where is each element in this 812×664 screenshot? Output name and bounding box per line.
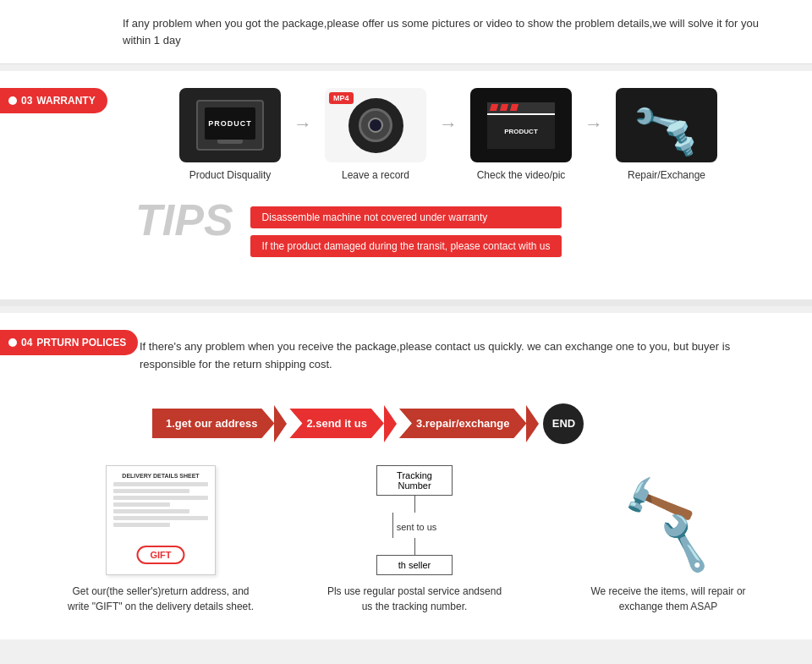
track-sent-line (392, 513, 393, 538)
tracking-box: Tracking Number (376, 465, 453, 496)
step-1: 1.get our address (152, 409, 274, 438)
sheet-line-3 (113, 496, 208, 500)
warranty-section: 03 WARRANTY PRODUCT Product Disquality → (0, 71, 812, 299)
receive-desc: We receive the items, will repair or exc… (575, 584, 761, 614)
tools-box: 🔧 🔩 (616, 88, 717, 162)
return-badge-dot (8, 338, 17, 347)
tracking-diagram: Tracking Number (359, 465, 469, 575)
delivery-desc: Get our(the seller's)return address, and… (68, 584, 254, 614)
delivery-sheet: DELIVERY DETAILS SHEET GIFT (106, 465, 216, 575)
track-sent-line2 (414, 538, 415, 555)
track-horizontal: sent to us th seller (376, 513, 453, 575)
badge-dot (8, 96, 17, 105)
mp4-badge: MP4 (329, 92, 354, 104)
warranty-badge-label: WARRANTY (36, 95, 95, 107)
flow-item-camera: MP4 Leave a record (316, 88, 435, 181)
warranty-badge-number: 03 (21, 95, 32, 107)
step-3: 3.repair/exchange (399, 409, 527, 438)
product-label: PRODUCT (208, 119, 252, 128)
step-2-label: 2.send it us (306, 417, 367, 430)
return-badge-label: PRTURN POLICES (36, 337, 126, 348)
main-container: If any problem when you got the package,… (0, 0, 812, 639)
arrow-3: → (584, 113, 603, 135)
tools-wrench-icon: 🔧 (650, 509, 721, 578)
step-2: 2.send it us (289, 409, 384, 438)
tips-list: Disassemble machine not covered under wa… (250, 198, 562, 257)
svg-marker-1 (384, 405, 397, 442)
tips-section: TIPS Disassemble machine not covered und… (17, 181, 795, 274)
step-end: END (543, 403, 584, 444)
sheet-title: DELIVERY DETAILS SHEET (113, 473, 208, 479)
tracking-split: sent to us th seller (376, 496, 453, 575)
video-product-label: PRODUCT (504, 128, 538, 135)
top-note: If any problem when you got the package,… (0, 0, 812, 64)
step-arrow-1 (274, 405, 291, 442)
product-box: PRODUCT (179, 88, 281, 162)
sheet-line-5 (113, 509, 189, 513)
step-arrow-3 (526, 405, 543, 442)
tools-receive-img: 🔨 🔧 (613, 465, 723, 575)
clapper-bottom: PRODUCT (487, 115, 555, 149)
track-sent-branch: sent to us th seller (376, 513, 453, 575)
gift-badge: GIFT (136, 546, 184, 564)
clapper-stripe-3 (510, 104, 518, 111)
flow-item-tools: 🔧 🔩 Repair/Exchange (607, 88, 726, 181)
bottom-item-tracking: Tracking Number (321, 465, 508, 614)
tracking-desc: Pls use regular postal service andsend u… (321, 584, 508, 614)
sheet-line-6 (113, 516, 208, 520)
tip-item-2: If the product damaged during the transi… (250, 235, 562, 257)
video-clapper: PRODUCT (487, 102, 555, 149)
tips-title: TIPS (135, 198, 233, 242)
gift-label: GIFT (150, 550, 171, 560)
step-3-label: 3.repair/exchange (416, 417, 510, 430)
return-badge: 04 PRTURN POLICES (0, 330, 138, 355)
flow-item-product: PRODUCT Product Disquality (171, 88, 289, 181)
tools-icon-container: 🔧 🔩 (633, 96, 700, 155)
video-box: PRODUCT (470, 88, 572, 162)
arrow-2: → (439, 113, 458, 135)
flow-item-video: PRODUCT Check the video/pic (462, 88, 580, 181)
sheet-line-1 (113, 482, 208, 486)
seller-box: th seller (376, 555, 453, 575)
warranty-badge: 03 WARRANTY (0, 88, 107, 113)
step-1-label: 1.get our address (166, 417, 257, 430)
tracking-label: Tracking Number (397, 470, 432, 491)
svg-marker-0 (274, 405, 287, 442)
flow-label-product: Product Disquality (189, 169, 272, 181)
bottom-flow: DELIVERY DETAILS SHEET GIFT Get our( (34, 465, 795, 614)
track-line-top (414, 496, 415, 513)
sheet-line-2 (113, 489, 189, 493)
track-sent-label: sent to us (397, 522, 437, 532)
return-note-text: If there's any problem when you receive … (140, 340, 730, 370)
camera-body (348, 98, 403, 153)
warranty-flow: PRODUCT Product Disquality → MP4 (102, 88, 795, 181)
clapper-top (487, 102, 555, 115)
seller-label: th seller (398, 560, 431, 570)
sheet-lines (113, 482, 208, 527)
tracking-flow: Tracking Number (359, 465, 469, 575)
clapper-stripe-1 (490, 104, 498, 111)
flow-label-tools: Repair/Exchange (628, 169, 705, 181)
arrow-1: → (294, 113, 312, 135)
return-section: 04 PRTURN POLICES If there's any problem… (0, 313, 812, 639)
bottom-item-delivery: DELIVERY DETAILS SHEET GIFT Get our( (68, 465, 254, 614)
svg-marker-2 (526, 405, 539, 442)
sheet-line-4 (113, 502, 170, 507)
tip-item-1: Disassemble machine not covered under wa… (250, 206, 562, 228)
product-screen: PRODUCT (205, 107, 255, 140)
product-icon: PRODUCT (196, 100, 264, 151)
track-sent-label-row: sent to us (392, 513, 437, 538)
sheet-line-7 (113, 523, 170, 527)
flow-label-video: Check the video/pic (477, 169, 566, 181)
camera-lens (359, 108, 392, 142)
camera-lens-inner (368, 118, 383, 133)
camera-box: MP4 (325, 88, 426, 162)
clapper-stripe-2 (500, 104, 508, 111)
product-stand (217, 140, 243, 144)
bottom-item-receive: 🔨 🔧 We receive the items, will repair or… (575, 465, 761, 614)
steps-flow: 1.get our address 2.send it us 3.repair/… (152, 403, 795, 444)
flow-label-camera: Leave a record (342, 169, 409, 181)
return-badge-number: 04 (21, 337, 32, 348)
track-left: sent to us th seller (376, 496, 453, 575)
top-note-text: If any problem when you got the package,… (123, 17, 759, 47)
